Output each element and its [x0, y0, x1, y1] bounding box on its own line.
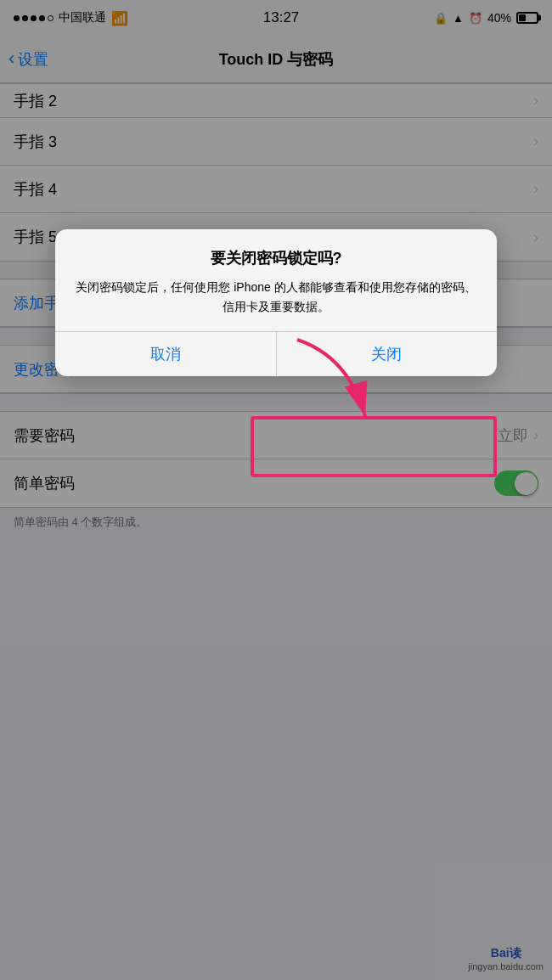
- alert-cancel-button[interactable]: 取消: [55, 332, 277, 376]
- alert-buttons: 取消 关闭: [55, 331, 497, 376]
- alert-message: 关闭密码锁定后，任何使用您 iPhone 的人都能够查看和使用您存储的密码、信用…: [72, 278, 480, 316]
- modal-overlay: [0, 0, 552, 980]
- alert-title: 要关闭密码锁定吗?: [72, 248, 480, 269]
- alert-content: 要关闭密码锁定吗? 关闭密码锁定后，任何使用您 iPhone 的人都能够查看和使…: [55, 229, 497, 331]
- alert-dialog: 要关闭密码锁定吗? 关闭密码锁定后，任何使用您 iPhone 的人都能够查看和使…: [55, 229, 497, 376]
- alert-confirm-button[interactable]: 关闭: [277, 332, 498, 376]
